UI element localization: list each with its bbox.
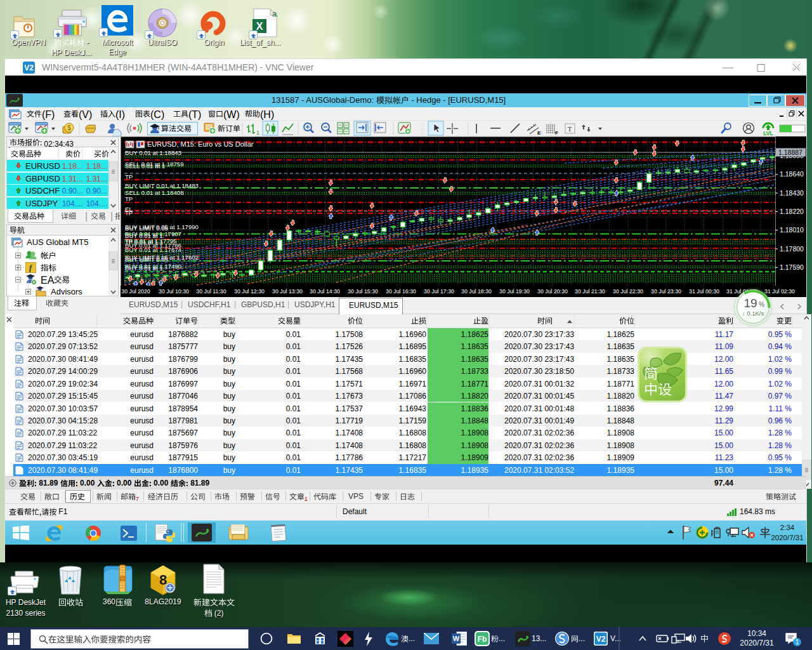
svg-text:BUY 0.01 at 1.: BUY 0.01 at 1.	[125, 265, 164, 272]
svg-text:X: X	[256, 21, 263, 32]
svg-text:30 Jul 11:30: 30 Jul 11:30	[196, 288, 226, 295]
svg-text:BUY LIMIT 0.05: BUY LIMIT 0.05	[125, 256, 168, 263]
svg-text:1: 1	[256, 129, 259, 136]
svg-text:1.18220: 1.18220	[780, 208, 804, 215]
svg-text:19: 19	[743, 296, 757, 310]
svg-text:BUY 0.01 at 1.17674: BUY 0.01 at 1.17674	[125, 246, 182, 253]
svg-text:30 Jul 10:30: 30 Jul 10:30	[159, 288, 189, 295]
svg-text:1.18010: 1.18010	[780, 226, 804, 234]
svg-text:1.18430: 1.18430	[780, 189, 804, 197]
svg-text:V2: V2	[596, 635, 606, 644]
svg-text:30 Jul 17:30: 30 Jul 17:30	[424, 288, 454, 295]
svg-text:1.17800: 1.17800	[780, 245, 804, 253]
svg-text:30 Jul 23:30: 30 Jul 23:30	[651, 288, 681, 295]
svg-text:1.18887: 1.18887	[778, 149, 802, 156]
svg-text:30 Jul 20:30: 30 Jul 20:30	[537, 288, 568, 295]
svg-text:LVL: LVL	[763, 130, 773, 136]
svg-text:TP: TP	[125, 173, 133, 180]
svg-text:30 Jul 22:30: 30 Jul 22:30	[613, 288, 643, 295]
svg-text:$: $	[67, 124, 71, 131]
svg-text:E: E	[537, 130, 541, 136]
svg-text:BUY 0.01 at 1.18843: BUY 0.01 at 1.18843	[125, 149, 181, 156]
svg-text:30 Jul 14:30: 30 Jul 14:30	[310, 288, 340, 295]
svg-text:1.17590: 1.17590	[780, 263, 804, 271]
svg-text:Fb: Fb	[478, 635, 487, 644]
svg-text:30 Jul 21:30: 30 Jul 21:30	[575, 288, 605, 295]
svg-text:F: F	[555, 130, 558, 136]
svg-text:30 Jul 2020: 30 Jul 2020	[121, 288, 150, 295]
svg-text:30 Jul 18:30: 30 Jul 18:30	[461, 288, 492, 295]
svg-text:↓ 0.1K/s: ↓ 0.1K/s	[742, 310, 764, 317]
svg-text:TP: TP	[125, 209, 133, 216]
svg-text:TP: TP	[125, 196, 133, 202]
svg-text:T: T	[568, 125, 572, 133]
svg-text:%: %	[759, 301, 764, 308]
svg-text:W: W	[453, 635, 460, 642]
svg-text:a,: a,	[272, 9, 278, 18]
svg-text:SELL 0.01 at 1.18408: SELL 0.01 at 1.18408	[125, 189, 183, 196]
svg-text:BUY LIMIT 0.01 at 1.18483: BUY LIMIT 0.01 at 1.18483	[125, 182, 199, 189]
svg-text:EURUSD, M15: Euro vs US Dolla: EURUSD, M15: Euro vs US Dollar	[147, 140, 254, 148]
svg-text:30 Jul 12:30: 30 Jul 12:30	[234, 288, 265, 295]
svg-text:SELL 0.01 at 1: SELL 0.01 at 1	[125, 162, 165, 169]
svg-text:30 Jul 15:30: 30 Jul 15:30	[348, 288, 378, 295]
svg-text:30 Jul 19:30: 30 Jul 19:30	[499, 288, 530, 295]
svg-text:30 Jul 16:30: 30 Jul 16:30	[386, 288, 416, 295]
svg-text:V2: V2	[24, 63, 34, 72]
svg-text:30 Jul 13:30: 30 Jul 13:30	[272, 288, 303, 295]
svg-text:31 Jul 00:30: 31 Jul 00:30	[689, 288, 719, 295]
svg-text:1.18640: 1.18640	[780, 170, 804, 178]
